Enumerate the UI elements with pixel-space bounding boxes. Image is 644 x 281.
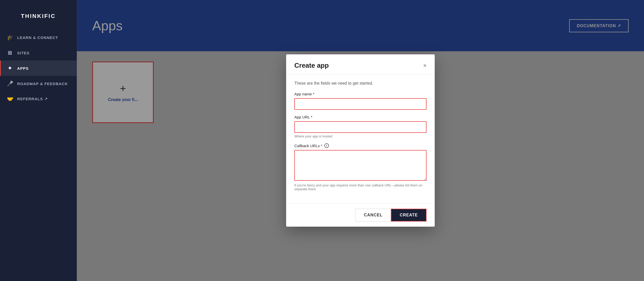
callback-urls-hint: If you're fancy and your app requires mo… [294, 183, 427, 191]
sidebar-item-referrals[interactable]: 🤝 REFERRALS ↗ [0, 91, 77, 107]
sidebar-item-learn-connect[interactable]: 🎓 LEARN & CONNECT [0, 30, 77, 45]
roadmap-icon: 🎤 [7, 81, 13, 87]
sidebar-item-roadmap[interactable]: 🎤 ROADMAP & FEEDBACK [0, 76, 77, 91]
sidebar: THINKIFIC 🎓 LEARN & CONNECT ⊞ SITES ✦ AP… [0, 0, 77, 281]
apps-icon: ✦ [7, 65, 13, 71]
app-name-field-group: App name * [294, 92, 427, 110]
callback-label-row: Callback URLs * i [294, 143, 427, 148]
cancel-button[interactable]: CANCEL [356, 209, 391, 222]
modal-overlay: Create app × These are the fields we nee… [77, 0, 644, 281]
sites-icon: ⊞ [7, 50, 13, 56]
callback-urls-label: Callback URLs * [294, 144, 322, 148]
sidebar-item-label: LEARN & CONNECT [17, 35, 58, 40]
app-url-hint: Where your app is hosted [294, 134, 427, 138]
app-name-label: App name * [294, 92, 427, 96]
sidebar-logo: THINKIFIC [0, 8, 77, 30]
sidebar-item-sites[interactable]: ⊞ SITES [0, 45, 77, 61]
sidebar-item-label: REFERRALS ↗ [17, 97, 48, 101]
sidebar-item-label: ROADMAP & FEEDBACK [17, 82, 68, 86]
callback-urls-textarea[interactable] [294, 150, 427, 181]
info-icon[interactable]: i [324, 143, 329, 148]
create-app-modal: Create app × These are the fields we nee… [286, 54, 435, 227]
callback-urls-field-group: Callback URLs * i If you're fancy and yo… [294, 143, 427, 191]
modal-title: Create app [294, 62, 329, 69]
modal-footer: CANCEL CREATE [286, 203, 435, 227]
main-content: Apps DOCUMENTATION ↗ + Create your fi...… [77, 0, 644, 281]
modal-subtitle: These are the fields we need to get star… [294, 81, 427, 86]
modal-close-button[interactable]: × [423, 63, 427, 68]
app-url-input[interactable] [294, 121, 427, 133]
app-url-field-group: App URL * Where your app is hosted [294, 115, 427, 138]
app-url-label: App URL * [294, 115, 427, 119]
create-button[interactable]: CREATE [391, 209, 427, 222]
sidebar-item-label: APPS [17, 66, 29, 71]
learn-connect-icon: 🎓 [7, 34, 13, 41]
modal-body: These are the fields we need to get star… [286, 75, 435, 203]
sidebar-item-apps[interactable]: ✦ APPS [0, 61, 77, 76]
modal-header: Create app × [286, 54, 435, 75]
app-name-input[interactable] [294, 98, 427, 110]
referrals-icon: 🤝 [7, 96, 13, 102]
sidebar-item-label: SITES [17, 51, 29, 55]
